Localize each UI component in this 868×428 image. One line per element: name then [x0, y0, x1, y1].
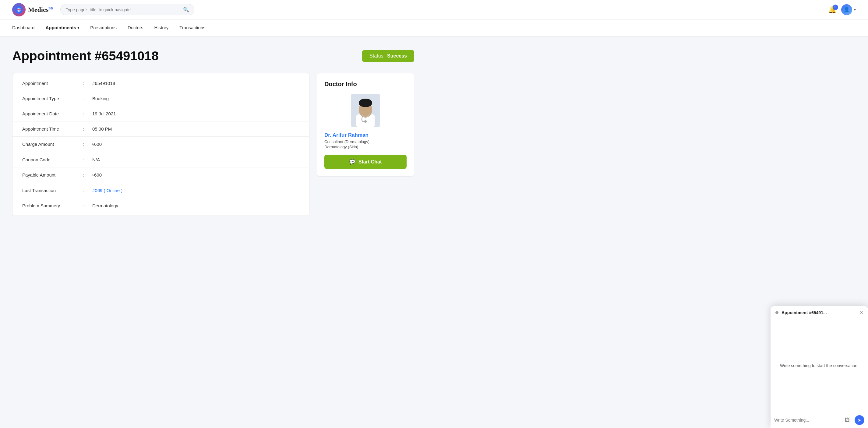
status-label: Status: — [369, 53, 385, 59]
chat-input[interactable] — [774, 418, 840, 423]
appointment-row: Appointment Type:Booking — [12, 91, 309, 106]
info-value: ৳600 — [92, 141, 102, 147]
info-value[interactable]: #069 ( Online ) — [92, 188, 122, 193]
notification-badge: 6 — [833, 5, 838, 10]
nav-appointments[interactable]: Appointments ▾ — [45, 20, 79, 36]
info-colon: : — [83, 172, 92, 177]
info-label: Charge Amount — [22, 141, 83, 147]
info-value: Dermatology — [92, 203, 118, 208]
nav-dashboard[interactable]: Dashboard — [12, 20, 34, 36]
chat-title: Appointment #65491... — [781, 310, 857, 315]
chat-close-button[interactable]: × — [860, 310, 863, 316]
status-badge: Status: Success — [362, 50, 414, 62]
info-label: Payable Amount — [22, 172, 83, 177]
doctor-card: Doctor Info Dr. Arifur Rahman — [317, 73, 414, 176]
chat-status-dot — [775, 311, 778, 314]
user-avatar[interactable]: 👤 ▾ — [841, 4, 856, 15]
info-colon: : — [83, 111, 92, 116]
search-icon: 🔍 — [183, 7, 189, 12]
page-header: Appointment #65491018 Status: Success — [12, 49, 414, 63]
chat-header: Appointment #65491... × — [771, 306, 868, 319]
doctor-name: Dr. Arifur Rahman — [324, 132, 407, 138]
header: MedicsBD 🔍 🔔 6 👤 ▾ — [0, 0, 868, 20]
logo[interactable]: MedicsBD — [12, 3, 53, 17]
nav-prescriptions[interactable]: Prescriptions — [90, 20, 117, 36]
chat-popup: Appointment #65491... × Write something … — [771, 306, 868, 428]
info-colon: : — [83, 81, 92, 86]
info-colon: : — [83, 96, 92, 101]
start-chat-button[interactable]: 💬 Start Chat — [324, 155, 407, 169]
doctor-specialty1: Consultant (Dermatology) — [324, 139, 407, 144]
header-icons: 🔔 6 👤 ▾ — [828, 4, 856, 15]
info-label: Appointment Type — [22, 96, 83, 101]
brand-name: MedicsBD — [28, 6, 53, 14]
chat-image-button[interactable]: 🖼 — [842, 415, 852, 425]
appointment-row: Appointment Time:05:00 PM — [12, 122, 309, 137]
info-value: 05:00 PM — [92, 126, 112, 132]
logo-icon — [12, 3, 26, 17]
info-value: Booking — [92, 96, 109, 101]
info-value: 19 Jul 2021 — [92, 111, 116, 116]
nav-doctors[interactable]: Doctors — [128, 20, 144, 36]
doctor-specialty2: Dermatology (Skin) — [324, 144, 407, 149]
info-value: ৳600 — [92, 172, 102, 178]
info-value: #65491018 — [92, 81, 115, 86]
info-colon: : — [83, 141, 92, 147]
appointment-row: Problem Summery:Dermatology — [12, 198, 309, 213]
page-title: Appointment #65491018 — [12, 49, 159, 63]
info-label: Appointment — [22, 81, 83, 86]
nav-history[interactable]: History — [154, 20, 169, 36]
doctor-photo — [351, 94, 380, 127]
chevron-down-icon: ▾ — [854, 8, 856, 12]
info-label: Coupon Code — [22, 157, 83, 162]
chevron-down-icon: ▾ — [78, 26, 79, 30]
main-nav: Dashboard Appointments ▾ Prescriptions D… — [0, 20, 868, 36]
appointment-card: Appointment:#65491018Appointment Type:Bo… — [12, 73, 309, 216]
image-icon: 🖼 — [844, 417, 850, 423]
info-label: Problem Summery — [22, 203, 83, 208]
status-value: Success — [387, 53, 407, 59]
avatar-icon: 👤 — [841, 4, 852, 15]
main-content: Appointment #65491018 Status: Success Ap… — [0, 36, 426, 228]
notification-bell[interactable]: 🔔 6 — [828, 6, 836, 14]
appointment-row: Coupon Code:N/A — [12, 152, 309, 167]
chat-footer: 🖼 ➤ — [771, 412, 868, 428]
info-colon: : — [83, 203, 92, 208]
info-label: Last Transaction — [22, 188, 83, 193]
appointment-row: Appointment Date:19 Jul 2021 — [12, 106, 309, 122]
chat-send-button[interactable]: ➤ — [855, 415, 864, 425]
send-icon: ➤ — [858, 418, 861, 423]
info-colon: : — [83, 157, 92, 162]
info-label: Appointment Date — [22, 111, 83, 116]
svg-rect-3 — [17, 9, 21, 10]
svg-point-8 — [364, 120, 367, 123]
info-value: N/A — [92, 157, 100, 162]
content-row: Appointment:#65491018Appointment Type:Bo… — [12, 73, 414, 216]
chat-body: Write something to start the conversatio… — [771, 319, 868, 412]
search-bar[interactable]: 🔍 — [60, 4, 194, 15]
info-colon: : — [83, 126, 92, 132]
svg-point-7 — [359, 99, 372, 107]
appointment-row: Last Transaction:#069 ( Online ) — [12, 183, 309, 198]
chat-icon: 💬 — [349, 159, 355, 165]
doctor-card-title: Doctor Info — [324, 81, 407, 88]
search-input[interactable] — [65, 7, 181, 12]
info-label: Appointment Time — [22, 126, 83, 132]
appointment-row: Charge Amount:৳600 — [12, 137, 309, 152]
appointment-row: Payable Amount:৳600 — [12, 167, 309, 183]
start-chat-label: Start Chat — [359, 159, 382, 165]
chat-hint: Write something to start the conversatio… — [780, 362, 859, 369]
appointment-row: Appointment:#65491018 — [12, 76, 309, 91]
nav-transactions[interactable]: Transactions — [179, 20, 205, 36]
info-colon: : — [83, 188, 92, 193]
